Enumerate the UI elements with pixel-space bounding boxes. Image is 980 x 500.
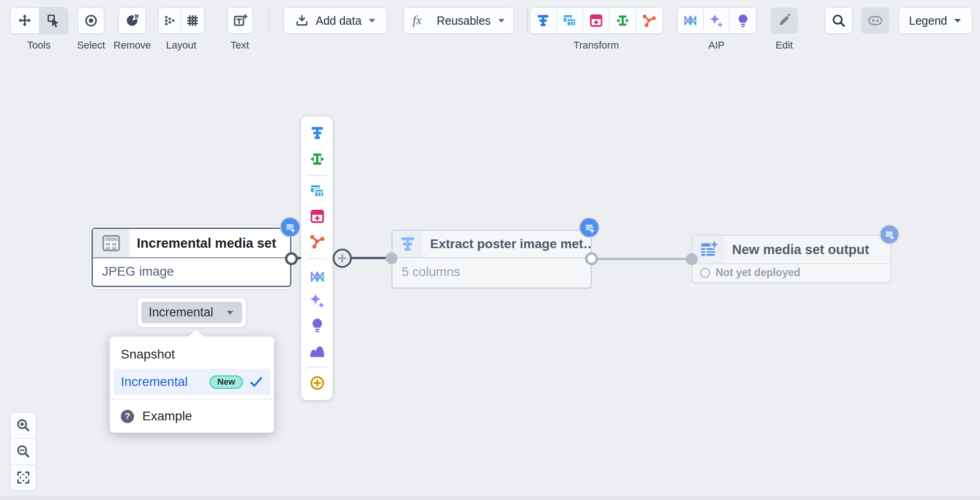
output-port-input-node[interactable] [285,252,298,265]
text-label: Text [231,39,249,51]
palette-transform-button[interactable] [308,124,326,142]
union-icon [615,13,630,28]
aip-suggest-button[interactable] [730,8,756,33]
palette-pivot-button[interactable] [308,207,326,225]
fx-icon: fx [412,13,430,28]
palette-split-button[interactable] [308,232,326,250]
palette-divider [307,175,327,176]
add-step-plus-button[interactable] [333,249,352,268]
grid-layout-button[interactable] [182,8,205,33]
edit-button[interactable] [770,7,798,34]
question-circle-icon: ? [121,410,134,423]
tools-button-group [10,7,68,34]
palette-divider [307,258,327,259]
reusables-button[interactable]: fx Reusables [404,7,514,34]
sparkles-icon [709,13,724,28]
add-data-button[interactable]: Add data [284,7,387,34]
node-extract-poster-image[interactable]: Extract poster image met… 5 columns [392,230,592,288]
node-title: New media set output [725,236,869,263]
new-badge: New [210,375,243,389]
zoom-in-icon [16,418,31,433]
output-port-transform-node[interactable] [585,252,598,265]
input-port-transform-node[interactable] [386,252,398,264]
split-button[interactable] [636,8,662,33]
transform-button-group [530,7,663,34]
aip-logic-button[interactable] [678,8,704,33]
pencil-icon [777,13,792,28]
legend-button[interactable]: Legend [899,7,972,34]
move-icon [17,13,32,28]
join-button[interactable] [557,8,583,33]
deploy-status-text: Not yet deployed [716,266,800,279]
layout-dots-icon [163,14,177,27]
connector-toggle-button[interactable] [861,7,889,34]
write-mode-menu: Snapshot Incremental New ? Example [110,337,274,433]
select-tool-button[interactable] [39,8,68,33]
chevron-down-icon [226,309,235,316]
search-icon [831,13,846,28]
palette-add-more-button[interactable] [308,374,326,392]
add-data-label: Add data [316,14,361,27]
notes-add-icon [584,223,595,233]
chevron-down-icon [368,17,376,24]
split-icon [641,13,657,28]
menu-item-incremental[interactable]: Incremental New [113,369,270,395]
palette-union-button[interactable] [308,150,326,168]
zoom-out-icon [16,444,31,459]
grid-icon [186,14,199,27]
pivot-button[interactable] [583,8,610,33]
zoom-to-fit-button[interactable] [11,465,36,490]
node-new-media-set-output[interactable]: New media set output Not yet deployed [692,235,891,283]
download-icon [295,13,309,28]
zoom-out-button[interactable] [11,439,36,465]
palette-media-button[interactable] [308,342,326,360]
aip-button-group [677,7,756,34]
notes-add-icon [285,222,296,233]
union-button[interactable] [609,8,636,33]
palette-aip-generate-button[interactable] [308,291,326,310]
layout-button-group [158,7,205,34]
transform-label: Transform [573,39,619,51]
transform-node-icon [393,231,423,257]
write-mode-dropdown[interactable]: Incremental [141,302,242,323]
palette-aip-suggest-button[interactable] [308,316,326,334]
deploy-status-icon [700,268,710,278]
select-button[interactable] [78,7,104,34]
remove-label: Remove [113,39,151,51]
auto-layout-button[interactable] [159,8,182,33]
aip-label: AIP [708,39,724,51]
input-port-output-node[interactable] [686,253,698,265]
zoom-in-button[interactable] [11,413,36,439]
text-button[interactable] [227,7,253,34]
move-tool-button[interactable] [11,8,39,33]
menu-item-example[interactable]: ? Example [113,403,270,429]
text-add-icon [233,13,248,28]
edge-transform-to-output[interactable] [592,258,692,260]
select-cursor-icon [46,13,61,28]
node-annotation-badge[interactable] [881,226,898,243]
toolbar-separator [269,8,270,33]
menu-item-label: Example [142,409,192,424]
search-button[interactable] [825,7,852,34]
media-set-icon [93,229,129,257]
menu-divider [110,399,274,400]
select-label: Select [77,39,105,51]
menu-pointer [188,330,205,337]
canvas-zoom-controls [10,412,36,491]
palette-join-button[interactable] [308,182,326,200]
toolbar-separator [527,8,528,33]
menu-item-snapshot[interactable]: Snapshot [113,341,270,368]
node-annotation-badge[interactable] [580,218,598,237]
node-annotation-badge[interactable] [281,218,299,236]
aip-generate-button[interactable] [704,8,730,33]
join-tables-icon [562,13,577,28]
dropdown-value: Incremental [149,305,213,320]
transform-button[interactable] [530,8,557,33]
node-subtitle: JPEG image [93,258,290,285]
pipeline-builder-canvas[interactable]: Tools Select Remove Layout Text [0,0,980,500]
tools-label: Tools [27,39,50,51]
node-incremental-media-set[interactable]: Incremental media set JPEG image [92,228,291,287]
zoom-to-fit-icon [16,470,31,485]
palette-aip-logic-button[interactable] [308,267,326,286]
remove-button[interactable] [118,7,146,34]
